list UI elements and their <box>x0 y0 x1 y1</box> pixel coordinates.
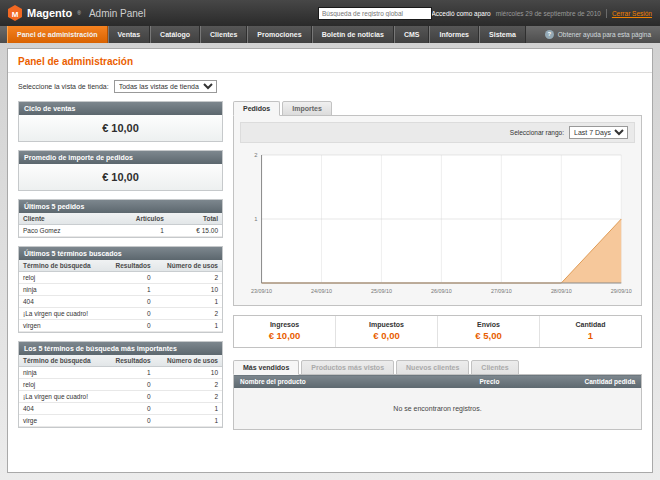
products-tabs: Más vendidos Productos más vistos Nuevos… <box>233 360 642 375</box>
column-header: Total <box>168 213 222 225</box>
last-search-table: Término de búsqueda Resultados Número de… <box>19 260 222 332</box>
top-search-table: Término de búsqueda Resultados Número de… <box>19 355 222 427</box>
search-uses: 1 <box>155 415 222 427</box>
column-header: Término de búsqueda <box>19 260 105 272</box>
logo-registered-mark: ® <box>77 10 81 16</box>
table-header-row: Término de búsqueda Resultados Número de… <box>19 355 222 367</box>
tab-productos-mas-vistos[interactable]: Productos más vistos <box>301 360 394 375</box>
last-orders-table: Cliente Artículos Total Paco Gomez 1 € 1… <box>19 213 222 237</box>
svg-text:M: M <box>12 10 19 19</box>
stat-label: Impuestos <box>338 321 435 328</box>
chart-tabs: Pedidos Importes <box>233 101 642 116</box>
stat-ingresos: Ingresos € 10,00 <box>234 316 335 347</box>
nav-item-boletin[interactable]: Boletín de noticias <box>312 26 394 43</box>
average-orders-title: Promedio de importe de pedidos <box>19 151 222 164</box>
tab-importes[interactable]: Importes <box>282 101 332 116</box>
stat-cantidad: Cantidad 1 <box>539 316 641 347</box>
search-uses: 2 <box>155 272 222 284</box>
search-term: reloj <box>19 379 105 391</box>
svg-text:23/09/10: 23/09/10 <box>251 288 272 294</box>
search-results: 0 <box>105 296 154 308</box>
logged-in-text: Accedió como aparo <box>431 10 490 17</box>
range-label: Seleccionar rango: <box>510 129 564 136</box>
empty-message: No se encontraron registros. <box>234 388 642 430</box>
average-orders-value: € 10,00 <box>19 164 222 190</box>
table-row[interactable]: ninja 1 10 <box>19 367 222 379</box>
search-results: 0 <box>105 415 154 427</box>
stat-value: € 5,00 <box>440 330 537 341</box>
nav-item-clientes[interactable]: Clientes <box>200 26 247 43</box>
column-header: Cliente <box>19 213 102 225</box>
table-row[interactable]: Paco Gomez 1 € 15.00 <box>19 225 222 237</box>
table-row[interactable]: virge 0 1 <box>19 415 222 427</box>
table-row[interactable]: virgen 0 1 <box>19 320 222 332</box>
search-term: 404 <box>19 296 105 308</box>
search-results: 0 <box>105 308 154 320</box>
column-header: Término de búsqueda <box>19 355 105 367</box>
dashboard: Ciclo de ventas € 10,00 Promedio de impo… <box>8 99 652 472</box>
table-row[interactable]: 404 0 1 <box>19 403 222 415</box>
table-row[interactable]: reloj 0 2 <box>19 272 222 284</box>
svg-text:29/09/10: 29/09/10 <box>611 288 632 294</box>
stat-envios: Envíos € 5,00 <box>437 316 539 347</box>
search-term: ninja <box>19 284 105 296</box>
svg-text:24/09/10: 24/09/10 <box>311 288 332 294</box>
nav-item-cms[interactable]: CMS <box>394 26 430 43</box>
last-search-terms-box: Últimos 5 términos buscados Término de b… <box>18 246 223 333</box>
tab-clientes[interactable]: Clientes <box>471 360 518 375</box>
nav-item-catalogo[interactable]: Catálogo <box>150 26 200 43</box>
search-uses: 2 <box>155 379 222 391</box>
order-customer: Paco Gomez <box>19 225 102 237</box>
magento-logo-icon: M <box>8 5 22 21</box>
search-results: 1 <box>105 284 154 296</box>
table-row[interactable]: reloj 0 2 <box>19 379 222 391</box>
tab-nuevos-clientes[interactable]: Nuevos clientes <box>396 360 469 375</box>
dashboard-right-column: Pedidos Importes Seleccionar rango: Last… <box>233 101 642 430</box>
range-select[interactable]: Last 7 Days <box>569 126 628 139</box>
table-row[interactable]: ninja 1 10 <box>19 284 222 296</box>
range-selector-row: Seleccionar rango: Last 7 Days <box>240 122 635 143</box>
svg-text:28/09/10: 28/09/10 <box>551 288 572 294</box>
search-uses: 1 <box>155 403 222 415</box>
global-search-input[interactable] <box>318 7 432 20</box>
search-results: 0 <box>105 272 154 284</box>
nav-item-ventas[interactable]: Ventas <box>108 26 151 43</box>
nav-item-sistema[interactable]: Sistema <box>479 26 526 43</box>
table-row[interactable]: 404 0 1 <box>19 296 222 308</box>
table-row[interactable]: ¡La virgen que cuadro! 0 2 <box>19 391 222 403</box>
table-row[interactable]: ¡La virgen que cuadro! 0 2 <box>19 308 222 320</box>
lifetime-sales-box: Ciclo de ventas € 10,00 <box>18 101 223 142</box>
main-nav: Panel de administración Ventas Catálogo … <box>0 26 660 43</box>
nav-item-informes[interactable]: Informes <box>429 26 479 43</box>
nav-item-promociones[interactable]: Promociones <box>247 26 311 43</box>
table-header-row: Término de búsqueda Resultados Número de… <box>19 260 222 272</box>
svg-text:1: 1 <box>254 216 257 222</box>
column-header: Resultados <box>105 355 154 367</box>
store-view-label: Seleccione la vista de tienda: <box>18 83 109 90</box>
logout-link[interactable]: Cerrar Sesión <box>612 10 652 17</box>
svg-text:25/09/10: 25/09/10 <box>371 288 392 294</box>
tab-mas-vendidos[interactable]: Más vendidos <box>233 360 299 375</box>
lifetime-sales-title: Ciclo de ventas <box>19 102 222 115</box>
search-results: 0 <box>105 320 154 332</box>
order-total: € 15.00 <box>168 225 222 237</box>
search-results: 0 <box>105 403 154 415</box>
svg-text:26/09/10: 26/09/10 <box>431 288 452 294</box>
nav-item-dashboard[interactable]: Panel de administración <box>7 26 108 43</box>
search-uses: 10 <box>155 284 222 296</box>
header-date: miércoles 29 de septiembre de 2010 <box>496 10 601 17</box>
totals-row: Ingresos € 10,00 Impuestos € 0,00 Envíos… <box>233 315 642 348</box>
orders-area-chart: 1223/09/1024/09/1025/09/1026/09/1027/09/… <box>242 147 633 299</box>
store-view-select[interactable]: Todas las vistas de tienda <box>114 80 217 93</box>
store-switcher-row: Seleccione la vista de tienda: Todas las… <box>8 73 652 99</box>
stat-label: Ingresos <box>236 321 333 328</box>
top-search-terms-box: Los 5 términos de búsqueda más important… <box>18 341 223 428</box>
search-uses: 1 <box>155 320 222 332</box>
magento-logo: M Magento® Admin Panel <box>8 5 146 21</box>
logo-title: Magento <box>27 7 72 19</box>
page-help-link[interactable]: ? Obtener ayuda para esta página <box>545 26 660 43</box>
tab-pedidos[interactable]: Pedidos <box>233 101 280 116</box>
search-term: virge <box>19 415 105 427</box>
chart-panel: Seleccionar rango: Last 7 Days 1223/09/1… <box>233 115 642 306</box>
stat-value: € 0,00 <box>338 330 435 341</box>
